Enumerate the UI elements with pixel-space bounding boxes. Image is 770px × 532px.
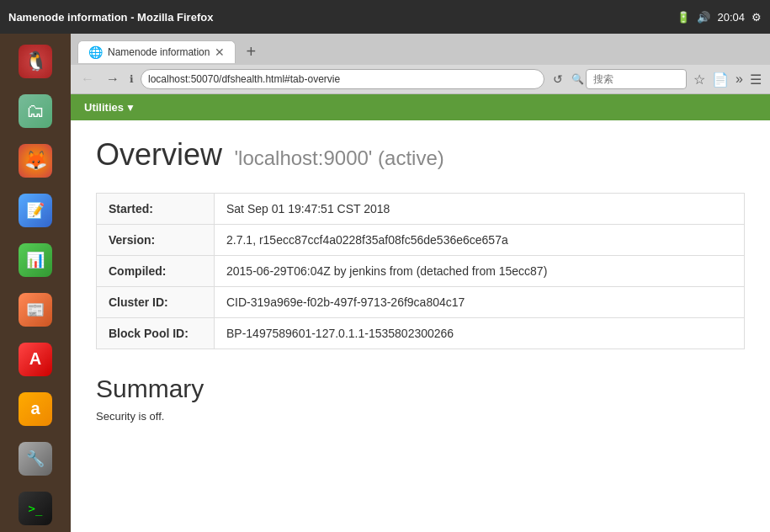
files-app-icon: 🗂 — [19, 94, 52, 128]
search-magnifier-icon: 🔍 — [571, 73, 584, 85]
sidebar-item-font[interactable]: A — [10, 336, 61, 382]
page-subtitle: 'localhost:9000' (active) — [234, 146, 443, 169]
calc-app-icon: 📊 — [19, 243, 52, 277]
table-label: Compiled: — [97, 256, 215, 287]
writer-app-icon: 📝 — [19, 194, 52, 227]
table-label: Version: — [97, 225, 215, 256]
table-row: Compiled:2015-06-29T06:04Z by jenkins fr… — [97, 256, 745, 287]
sidebar-item-amazon[interactable]: a — [10, 386, 61, 432]
tab-label: Namenode information — [108, 46, 210, 58]
window-title: Namenode information - Mozilla Firefox — [8, 11, 213, 24]
table-row: Version:2.7.1, r15ecc87ccf4a0228f35af08f… — [97, 225, 745, 256]
tab-favicon: 🌐 — [88, 45, 103, 59]
terminal-app-icon: >_ — [19, 492, 52, 525]
overview-heading: Overview 'localhost:9000' (active) — [96, 137, 745, 173]
new-tab-button[interactable]: + — [239, 39, 263, 65]
desktop: Namenode information - Mozilla Firefox 🔋… — [0, 0, 770, 532]
page-title: Overview — [96, 137, 222, 172]
table-label: Cluster ID: — [97, 287, 215, 318]
sidebar-item-settings[interactable]: 🔧 — [10, 435, 61, 481]
gear-icon[interactable]: ⚙ — [751, 11, 762, 24]
table-row: Cluster ID:CID-319a969e-f02b-497f-9713-2… — [97, 287, 745, 318]
browser-chrome: 🌐 Namenode information ✕ + ← → ℹ ↺ 🔍 ☆ — [71, 34, 770, 94]
sidebar-item-calc[interactable]: 📊 — [10, 237, 61, 283]
reader-icon[interactable]: 📄 — [710, 70, 730, 89]
sidebar: 🐧 🗂 🦊 📝 📊 📰 — [0, 34, 71, 532]
taskbar-right: 🔋 🔊 20:04 ⚙ — [677, 11, 762, 24]
page-content: Utilities ▼ Overview 'localhost:9000' (a… — [71, 94, 770, 532]
address-input[interactable] — [141, 69, 544, 89]
amazon-app-icon: a — [19, 392, 52, 426]
ubuntu-app-icon: 🐧 — [19, 45, 52, 78]
browser-window: 🌐 Namenode information ✕ + ← → ℹ ↺ 🔍 ☆ — [71, 34, 770, 532]
sidebar-item-terminal[interactable]: >_ — [10, 485, 61, 531]
reload-button[interactable]: ↺ — [550, 71, 566, 88]
bookmark-icon[interactable]: ☆ — [692, 70, 707, 89]
tab-bar: 🌐 Namenode information ✕ + — [71, 34, 770, 65]
utilities-dropdown-arrow: ▼ — [125, 102, 135, 114]
security-text: Security is off. — [96, 410, 745, 423]
active-tab[interactable]: 🌐 Namenode information ✕ — [77, 40, 236, 63]
table-value: 2.7.1, r15ecc87ccf4a0228f35af08fc56de536… — [215, 225, 745, 256]
table-row: Block Pool ID:BP-1497589601-127.0.1.1-15… — [97, 318, 745, 349]
overflow-button[interactable]: » — [734, 70, 745, 88]
sidebar-item-firefox[interactable]: 🦊 — [10, 137, 61, 184]
audio-icon: 🔊 — [697, 11, 710, 24]
utilities-link[interactable]: Utilities — [84, 101, 124, 114]
impress-app-icon: 📰 — [19, 293, 52, 327]
font-app-icon: A — [19, 343, 52, 376]
search-input[interactable] — [586, 69, 687, 89]
sidebar-item-files[interactable]: 🗂 — [10, 88, 61, 134]
table-value: BP-1497589601-127.0.1.1-1535802300266 — [215, 318, 745, 349]
forward-button[interactable]: → — [103, 70, 123, 88]
page-navbar: Utilities ▼ — [71, 94, 770, 120]
settings-app-icon: 🔧 — [19, 442, 52, 476]
table-value: CID-319a969e-f02b-497f-9713-26f9ca804c17 — [215, 287, 745, 318]
toolbar-icons: ☆ 📄 » ☰ — [692, 70, 763, 89]
firefox-app-icon: 🦊 — [19, 144, 52, 178]
tab-close-button[interactable]: ✕ — [215, 45, 225, 59]
sidebar-item-impress[interactable]: 📰 — [10, 286, 61, 332]
sidebar-item-writer[interactable]: 📝 — [10, 187, 61, 233]
table-row: Started:Sat Sep 01 19:47:51 CST 2018 — [97, 194, 745, 225]
info-icon: ℹ — [128, 72, 135, 87]
summary-heading: Summary — [96, 375, 745, 403]
table-label: Started: — [97, 194, 215, 225]
table-value: Sat Sep 01 19:47:51 CST 2018 — [215, 194, 745, 225]
table-label: Block Pool ID: — [97, 318, 215, 349]
sidebar-item-ubuntu[interactable]: 🐧 — [10, 38, 61, 84]
menu-button[interactable]: ☰ — [748, 70, 763, 89]
info-table: Started:Sat Sep 01 19:47:51 CST 2018Vers… — [96, 193, 745, 349]
page-body: Overview 'localhost:9000' (active) Start… — [71, 120, 770, 439]
network-icon: 🔋 — [677, 11, 690, 24]
taskbar: Namenode information - Mozilla Firefox 🔋… — [0, 0, 770, 34]
table-value: 2015-06-29T06:04Z by jenkins from (detac… — [215, 256, 745, 287]
clock: 20:04 — [717, 11, 745, 24]
address-bar: ← → ℹ ↺ 🔍 ☆ 📄 » ☰ — [71, 65, 770, 93]
back-button[interactable]: ← — [77, 70, 98, 88]
